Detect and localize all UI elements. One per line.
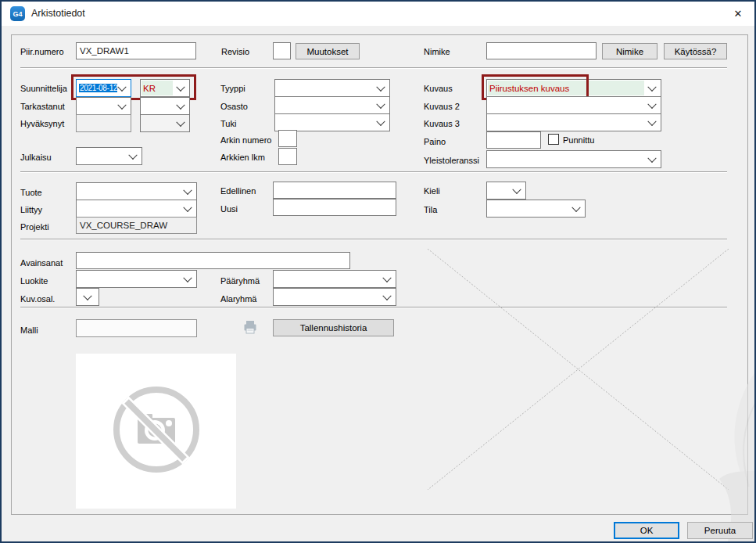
chevron-down-icon[interactable] xyxy=(183,203,192,211)
alaryhma-combobox[interactable] xyxy=(273,288,396,306)
chevron-down-icon[interactable] xyxy=(647,117,656,125)
arkin-numero-field[interactable] xyxy=(278,130,297,147)
nimike-button[interactable]: Nimike xyxy=(602,43,657,59)
uusi-field[interactable] xyxy=(273,199,396,216)
ok-button[interactable]: OK xyxy=(614,522,679,539)
kuvaus2-label: Kuvaus 2 xyxy=(424,102,460,111)
app-logo-icon: G4 xyxy=(10,6,25,21)
arkkien-lkm-label: Arkkien lkm xyxy=(220,153,265,162)
tyyppi-label: Tyyppi xyxy=(220,84,245,93)
chevron-down-icon[interactable] xyxy=(376,117,385,125)
osasto-label: Osasto xyxy=(220,102,248,111)
kuvaus3-label: Kuvaus 3 xyxy=(424,119,460,128)
luokite-combobox[interactable] xyxy=(76,270,197,288)
title-bar: G4 Arkistotiedot ✕ xyxy=(2,2,754,26)
julkaisu-combobox[interactable] xyxy=(76,147,142,165)
revisio-field[interactable] xyxy=(273,42,291,59)
chevron-down-icon[interactable] xyxy=(647,153,656,162)
chevron-down-icon[interactable] xyxy=(376,82,385,91)
punnittu-label: Punnittu xyxy=(563,135,594,145)
osasto-combobox[interactable] xyxy=(274,96,390,114)
kuvaus-label: Kuvaus xyxy=(424,84,453,93)
section-divider xyxy=(20,171,727,173)
chevron-down-icon[interactable] xyxy=(571,203,580,211)
chevron-down-icon[interactable] xyxy=(376,99,385,108)
kuv-osal-combobox[interactable] xyxy=(76,288,99,306)
empty-preview-x xyxy=(428,249,729,493)
piir-numero-label: Piir.numero xyxy=(20,47,64,56)
punnittu-checkbox[interactable] xyxy=(548,134,559,145)
tallennushistoria-button[interactable]: Tallennushistoria xyxy=(273,319,394,336)
tila-label: Tila xyxy=(424,205,437,214)
paaryhma-label: Pääryhmä xyxy=(220,276,260,286)
no-image-icon xyxy=(109,382,204,480)
chevron-down-icon[interactable] xyxy=(117,100,126,109)
hyvaksynyt-initials-combobox[interactable] xyxy=(140,114,190,132)
arkin-numero-label: Arkin numero xyxy=(220,135,271,145)
liittyy-combobox[interactable] xyxy=(76,200,197,218)
paaryhma-combobox[interactable] xyxy=(273,270,396,288)
archive-info-dialog: G4 Arkistotiedot ✕ Piir.numero VX_DRAW1 … xyxy=(0,0,756,543)
edellinen-label: Edellinen xyxy=(220,186,256,196)
tuote-combobox[interactable] xyxy=(76,182,197,200)
kuv-osal-label: Kuv.osal. xyxy=(20,294,55,304)
chevron-down-icon[interactable] xyxy=(647,99,656,108)
tyyppi-combobox[interactable] xyxy=(274,79,390,97)
kieli-label: Kieli xyxy=(424,186,440,196)
nimike-label: Nimike xyxy=(424,47,450,56)
tarkastanut-date-combobox[interactable] xyxy=(76,97,131,115)
thumbnail-placeholder xyxy=(76,354,236,509)
chevron-down-icon[interactable] xyxy=(176,117,185,126)
malli-label: Malli xyxy=(20,325,38,335)
muutokset-button[interactable]: Muutokset xyxy=(296,43,360,59)
paino-field[interactable] xyxy=(486,131,541,149)
peruuta-button[interactable]: Peruuta xyxy=(687,522,753,539)
chevron-down-icon[interactable] xyxy=(382,291,391,300)
revisio-label: Revisio xyxy=(221,47,249,56)
luokite-label: Luokite xyxy=(20,276,48,286)
yleistoleranssi-label: Yleistoleranssi xyxy=(424,156,479,165)
section-divider xyxy=(20,67,727,69)
tuki-combobox[interactable] xyxy=(274,113,390,131)
yleistoleranssi-combobox[interactable] xyxy=(486,150,661,168)
suunnittelija-label: Suunnittelija xyxy=(20,84,67,93)
chevron-down-icon[interactable] xyxy=(647,82,656,91)
chevron-down-icon[interactable] xyxy=(83,291,91,300)
edellinen-field[interactable] xyxy=(273,182,396,199)
projekti-label: Projekti xyxy=(20,222,49,232)
close-icon[interactable]: ✕ xyxy=(726,2,750,26)
nimike-field[interactable] xyxy=(486,42,597,59)
section-divider xyxy=(20,239,727,240)
chevron-down-icon[interactable] xyxy=(128,150,137,159)
kuvaus2-combobox[interactable] xyxy=(486,96,661,114)
tuote-label: Tuote xyxy=(20,188,42,197)
tuki-label: Tuki xyxy=(220,119,236,128)
tila-combobox[interactable] xyxy=(486,200,586,218)
avainsanat-field[interactable] xyxy=(76,252,350,269)
hyvaksynyt-label: Hyväksynyt xyxy=(20,119,64,128)
printer-icon[interactable] xyxy=(242,318,259,339)
tarkastanut-label: Tarkastanut xyxy=(20,102,65,111)
projekti-field: VX_COURSE_DRAW xyxy=(76,217,197,234)
dialog-title: Arkistotiedot xyxy=(31,2,85,26)
kaytossa-button[interactable]: Käytössä? xyxy=(664,43,727,59)
hyvaksynyt-date-field xyxy=(76,114,131,132)
paino-label: Paino xyxy=(424,137,446,146)
chevron-down-icon[interactable] xyxy=(183,273,192,282)
julkaisu-label: Julkaisu xyxy=(20,153,52,162)
liittyy-label: Liittyy xyxy=(20,205,42,214)
avainsanat-label: Avainsanat xyxy=(20,258,63,268)
malli-field xyxy=(76,319,197,337)
piir-numero-field[interactable]: VX_DRAW1 xyxy=(76,42,196,59)
tarkastanut-initials-combobox[interactable] xyxy=(140,97,190,115)
chevron-down-icon[interactable] xyxy=(183,185,192,194)
kuvaus3-combobox[interactable] xyxy=(486,113,661,131)
watermark-decoration xyxy=(688,354,756,543)
chevron-down-icon[interactable] xyxy=(382,273,391,282)
kieli-combobox[interactable] xyxy=(486,182,526,200)
chevron-down-icon[interactable] xyxy=(176,100,185,109)
alaryhma-label: Alaryhmä xyxy=(220,294,256,304)
uusi-label: Uusi xyxy=(220,204,238,214)
arkkien-lkm-field[interactable] xyxy=(278,148,297,165)
chevron-down-icon[interactable] xyxy=(512,185,521,193)
